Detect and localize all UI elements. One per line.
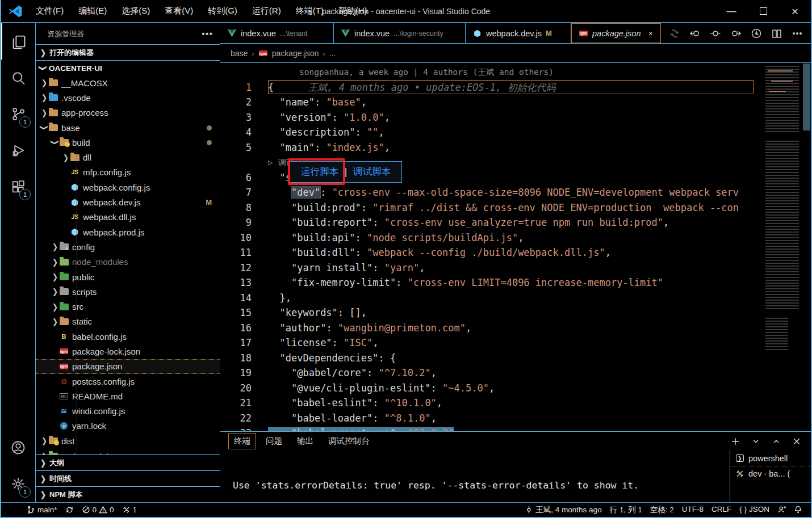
section-时间线[interactable]: ❯时间线 — [36, 470, 220, 486]
breadcrumb[interactable]: base›npmpackage.json›... — [220, 44, 811, 63]
new-terminal-icon[interactable] — [730, 436, 740, 447]
code-line[interactable]: 12 "yarn install": "yarn", — [220, 260, 763, 276]
panel-tab-调试控制台[interactable]: 调试控制台 — [323, 433, 375, 449]
minimize-button[interactable]: — — [715, 0, 747, 22]
tree-item-webpack.dll.js[interactable]: JSwebpack.dll.js — [36, 210, 220, 225]
code-line[interactable]: 2 "name": "base", — [220, 95, 763, 110]
tab-package.json[interactable]: npmpackage.json× — [571, 23, 661, 43]
close-button[interactable]: × — [779, 0, 811, 22]
code-line[interactable]: 11 "build:dll": "webpack --config ./buil… — [220, 245, 763, 260]
tree-item-__MACOSX[interactable]: ❯__MACOSX — [36, 75, 220, 90]
tree-item-app-process[interactable]: ❯app-process — [36, 106, 220, 120]
menu-4[interactable]: 转到(G) — [200, 0, 245, 22]
chevron-up-icon[interactable] — [771, 436, 781, 447]
tab-webpack.dev.js[interactable]: ⬢webpack.dev.jsM — [466, 23, 571, 43]
cursor-position[interactable]: 行 1, 列 1 — [606, 505, 646, 515]
section-大纲[interactable]: ❯大纲 — [36, 454, 220, 470]
tasks-indicator[interactable]: 1 — [118, 506, 141, 514]
activity-settings[interactable]: 1 — [1, 466, 35, 502]
tree-item-dist[interactable]: ❯dist — [36, 433, 220, 448]
breadcrumb-item[interactable]: ... — [329, 49, 336, 58]
codelens-authors[interactable]: songpanhua, a week ago | 4 authors (王斌 a… — [252, 65, 554, 80]
code-editor[interactable]: songpanhua, a week ago | 4 authors (王斌 a… — [220, 64, 811, 431]
sync-button[interactable] — [61, 506, 78, 514]
tree-item-config[interactable]: ❯⚙config — [36, 239, 220, 254]
code-line[interactable]: 23 "babel-preset-vue": "^2.0.2" — [220, 426, 763, 431]
language-mode[interactable]: { }JSON — [735, 505, 773, 513]
menu-1[interactable]: 编辑(E) — [71, 0, 114, 22]
notifications-bell[interactable] — [790, 505, 806, 513]
chevron-down-icon[interactable] — [751, 436, 761, 447]
tree-item-webpack.prod.js[interactable]: ⬢webpack.prod.js — [36, 225, 220, 239]
tree-item-build[interactable]: ❯build — [36, 135, 220, 150]
code-line[interactable]: 13 "fix-memroy-limit": "cross-env LIMIT=… — [220, 275, 763, 290]
code-line[interactable]: 10 "build:api": "node scripts/buildApi.j… — [220, 230, 763, 246]
code-line[interactable]: 17 "license": "ISC", — [220, 335, 763, 351]
menu-2[interactable]: 选择(S) — [114, 0, 157, 22]
open-changes-icon[interactable] — [669, 28, 680, 39]
tree-item-scripts[interactable]: ❯scripts — [36, 284, 220, 299]
tree-item-public[interactable]: ❯public — [36, 269, 220, 284]
code-line[interactable]: 20 "@vue/cli-plugin-eslint": "~4.5.0", — [220, 381, 763, 396]
tree-item-README.md[interactable]: M↓README.md — [36, 389, 220, 403]
breadcrumb-item[interactable]: base — [231, 49, 248, 58]
tree-item-postcss.config.js[interactable]: ⚙postcss.config.js — [36, 374, 220, 389]
code-line[interactable]: 5 "main": "index.js", — [220, 140, 763, 155]
code-line[interactable]: 18 "devDependencies": { — [220, 351, 763, 366]
tree-item-base[interactable]: ❯base — [36, 120, 220, 135]
tree-item-webpack.config.js[interactable]: ⬢webpack.config.js — [36, 180, 220, 195]
activity-account[interactable] — [1, 429, 35, 466]
tree-item-.vscode[interactable]: ❯.vscode — [36, 90, 220, 105]
open-editors-section[interactable]: ❯ 打开的编辑器 — [36, 44, 220, 60]
previous-change-icon[interactable] — [689, 28, 701, 39]
more-actions-icon[interactable]: ••• — [202, 29, 213, 39]
tree-item-package-lock.json[interactable]: npmpackage-lock.json — [36, 344, 220, 359]
branch-indicator[interactable]: main* — [23, 506, 61, 514]
maximize-button[interactable] — [747, 0, 779, 22]
minimap[interactable] — [763, 64, 802, 431]
terminal-output[interactable]: Use 'stats.errorDetails: true' resp. '--… — [233, 454, 726, 502]
menu-0[interactable]: 文件(F) — [28, 0, 71, 22]
panel-tab-问题[interactable]: 问题 — [261, 433, 287, 449]
activity-extensions[interactable]: 1 — [1, 169, 35, 205]
tree-item-static[interactable]: ❯static — [36, 314, 220, 329]
problems-indicator[interactable]: 00 — [78, 506, 118, 514]
tree-root[interactable]: ❯ OACENTER-UI — [36, 60, 220, 75]
tree-item-mfp.config.js[interactable]: JSmfp.config.js — [36, 165, 220, 180]
panel-tab-终端[interactable]: 终端 — [228, 433, 256, 449]
next-change-icon[interactable] — [730, 28, 742, 39]
tab-index.vue[interactable]: index.vue...\tenant — [220, 23, 334, 43]
code-line[interactable]: 14 }, — [220, 290, 763, 306]
code-line[interactable]: 15 "keywords": [], — [220, 305, 763, 321]
gitlens-icon[interactable] — [751, 28, 762, 39]
more-actions-icon[interactable] — [792, 28, 803, 39]
code-line[interactable]: 1{王斌, 4 months ago • update:EOS-1, 初始化代码 — [220, 80, 763, 95]
tree-item-dll[interactable]: ❯dll — [36, 150, 220, 165]
debug-script-link[interactable]: 调试脚本 — [353, 165, 391, 180]
terminal-instance-dev - ba... ([interactable]: dev - ba... ( — [730, 466, 811, 481]
blame-indicator[interactable]: 王斌, 4 months ago — [521, 505, 605, 515]
tree-item-webpack.dev.js[interactable]: ⬢webpack.dev.jsM — [36, 195, 220, 209]
menu-3[interactable]: 查看(V) — [157, 0, 200, 22]
menu-5[interactable]: 运行(R) — [245, 0, 288, 22]
activity-source-control[interactable]: 1 — [1, 96, 35, 132]
activity-search[interactable] — [1, 60, 35, 96]
feedback-button[interactable] — [773, 505, 790, 513]
split-editor-icon[interactable] — [771, 28, 782, 39]
activity-explorer[interactable] — [1, 23, 35, 60]
close-icon[interactable]: × — [648, 29, 652, 38]
tree-item-babel.config.js[interactable]: Bbabel.config.js — [36, 329, 220, 344]
tab-index.vue[interactable]: index.vue...\login-security — [334, 23, 466, 43]
code-line[interactable]: 19 "@babel/core": "^7.10.2", — [220, 365, 763, 381]
code-line[interactable]: 3 "version": "1.0.0", — [220, 110, 763, 125]
breadcrumb-item[interactable]: package.json — [272, 49, 319, 58]
code-line[interactable]: 8 "build:prod": "rimraf ../dist && cross… — [220, 200, 763, 216]
code-line[interactable]: 22 "babel-loader": "^8.1.0", — [220, 411, 763, 426]
terminal-instance-powershell[interactable]: ❯powershell — [730, 450, 811, 466]
tree-item-node_modules[interactable]: ❯node_modules — [36, 255, 220, 269]
change-icon[interactable] — [710, 28, 721, 39]
activity-run-debug[interactable] — [1, 132, 35, 169]
section-NPM 脚本[interactable]: ❯NPM 脚本 — [36, 486, 220, 502]
tree-item-package.json[interactable]: npmpackage.json — [36, 359, 220, 374]
indentation[interactable]: 空格: 2 — [646, 505, 678, 515]
